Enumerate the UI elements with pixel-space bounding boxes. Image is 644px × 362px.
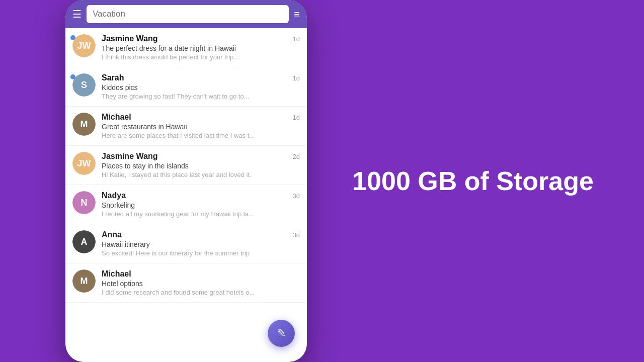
avatar-wrap: JW	[72, 34, 96, 57]
message-preview: Hi Katie, I stayed at this place last ye…	[102, 171, 300, 178]
message-time: 1d	[293, 114, 300, 121]
list-item[interactable]: AAnna3dHawaii itinerarySo excited! Here …	[65, 224, 307, 263]
compose-icon: ✎	[277, 327, 286, 340]
avatar-wrap: S	[72, 73, 96, 97]
message-subject: Snorkeling	[102, 201, 300, 209]
message-time: 2d	[293, 153, 300, 160]
app-screen: ☰ ≡ JWJasmine Wang1dThe perfect dress fo…	[65, 0, 307, 362]
avatar-wrap: M	[72, 113, 96, 136]
message-subject: Hawaii itinerary	[102, 240, 300, 248]
message-content: Nadya3dSnorkelingI rented all my snorkel…	[102, 191, 300, 218]
avatar-wrap: JW	[72, 152, 96, 175]
list-item[interactable]: NNadya3dSnorkelingI rented all my snorke…	[65, 185, 307, 224]
message-preview: So excited! Here is our itinerary for th…	[102, 249, 300, 257]
sender-name: Anna	[102, 230, 122, 239]
message-preview: I think this dress would be perfect for …	[102, 53, 300, 61]
avatar: JW	[72, 152, 96, 175]
right-panel: 1000 GB of Storage	[302, 0, 644, 362]
message-subject: The perfect dress for a date night in Ha…	[102, 44, 300, 52]
sender-name: Nadya	[102, 191, 126, 200]
sender-name: Sarah	[102, 73, 124, 82]
sender-name: Jasmine Wang	[102, 34, 157, 43]
message-content: Anna3dHawaii itinerarySo excited! Here i…	[102, 230, 300, 257]
message-preview: I did some research and found some great…	[102, 289, 300, 296]
list-item[interactable]: JWJasmine Wang2dPlaces to stay in the is…	[65, 146, 307, 185]
avatar: N	[72, 191, 96, 214]
message-subject: Places to stay in the islands	[102, 162, 300, 170]
sender-name: Michael	[102, 113, 131, 122]
message-content: MichaelHotel optionsI did some research …	[102, 269, 300, 296]
avatar: A	[72, 230, 96, 253]
message-time: 3d	[293, 192, 300, 200]
sender-name: Michael	[102, 269, 131, 279]
avatar-wrap: M	[72, 269, 96, 293]
list-item[interactable]: SSarah1dKiddos picsThey are growing so f…	[65, 67, 307, 107]
message-subject: Hotel options	[102, 280, 300, 288]
message-time: 3d	[293, 231, 300, 239]
avatar: JW	[72, 34, 96, 57]
message-content: Sarah1dKiddos picsThey are growing so fa…	[102, 73, 300, 100]
avatar: M	[72, 113, 96, 136]
list-icon[interactable]: ≡	[294, 9, 300, 20]
storage-headline: 1000 GB of Storage	[352, 165, 594, 197]
message-content: Michael1dGreat restaurants in HawaiiHere…	[102, 113, 300, 139]
compose-fab[interactable]: ✎	[268, 320, 295, 347]
message-list: JWJasmine Wang1dThe perfect dress for a …	[65, 28, 307, 362]
list-item[interactable]: JWJasmine Wang1dThe perfect dress for a …	[65, 28, 307, 67]
message-subject: Kiddos pics	[102, 83, 300, 92]
avatar-wrap: N	[72, 191, 96, 214]
avatar: S	[72, 73, 96, 97]
list-item[interactable]: MMichaelHotel optionsI did some research…	[65, 263, 307, 303]
phone-frame: ☰ ≡ JWJasmine Wang1dThe perfect dress fo…	[65, 0, 307, 362]
message-subject: Great restaurants in Hawaii	[102, 123, 300, 131]
search-input[interactable]	[87, 5, 289, 23]
message-preview: Here are some places that I visited last…	[102, 132, 300, 139]
list-item[interactable]: MMichael1dGreat restaurants in HawaiiHer…	[65, 107, 307, 146]
message-time: 1d	[293, 35, 300, 43]
message-preview: They are growing so fast! They can't wai…	[102, 93, 300, 100]
search-bar: ☰ ≡	[65, 0, 307, 28]
message-content: Jasmine Wang2dPlaces to stay in the isla…	[102, 152, 300, 178]
message-time: 1d	[293, 74, 300, 82]
avatar: M	[72, 269, 96, 293]
avatar-wrap: A	[72, 230, 96, 253]
sender-name: Jasmine Wang	[102, 152, 157, 161]
message-preview: I rented all my snorkeling gear for my H…	[102, 210, 300, 218]
menu-icon[interactable]: ☰	[72, 8, 82, 20]
message-content: Jasmine Wang1dThe perfect dress for a da…	[102, 34, 300, 61]
